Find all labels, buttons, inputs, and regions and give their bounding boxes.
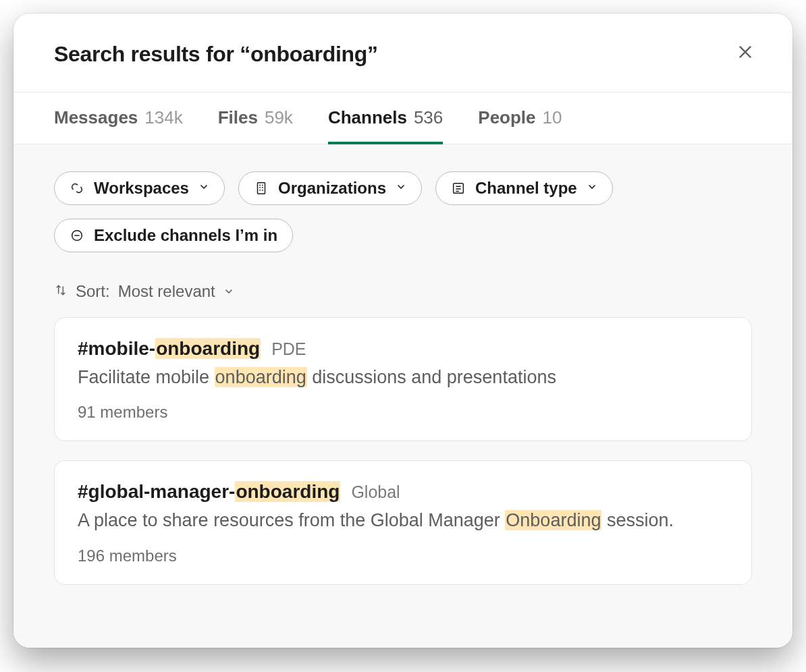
filter-exclude-mine[interactable]: Exclude channels I’m in	[54, 219, 293, 252]
title-suffix: ”	[367, 42, 378, 66]
channel-description: Facilitate mobile onboarding discussions…	[78, 365, 728, 389]
exclude-icon	[70, 228, 84, 243]
channel-workspace: PDE	[271, 339, 306, 359]
close-icon	[736, 43, 754, 65]
workspace-icon	[70, 181, 84, 196]
search-results-dialog: Search results for “onboarding” Messages…	[14, 13, 792, 648]
results-list: #mobile-onboardingPDEFacilitate mobile o…	[54, 317, 752, 585]
channel-name: #global-manager-onboarding	[78, 481, 340, 503]
search-query: onboarding	[250, 42, 367, 66]
channel-result[interactable]: #mobile-onboardingPDEFacilitate mobile o…	[54, 317, 752, 441]
highlight: Onboarding	[505, 510, 601, 530]
sort-dropdown[interactable]: Sort: Most relevant	[54, 282, 752, 301]
channel-workspace: Global	[351, 482, 400, 502]
sort-icon	[54, 282, 68, 301]
page-title: Search results for “onboarding”	[54, 42, 378, 67]
close-button[interactable]	[732, 40, 759, 67]
tab-count: 59k	[265, 107, 293, 128]
tab-label: Files	[218, 107, 258, 128]
organization-icon	[254, 181, 269, 196]
sort-value: Most relevant	[118, 282, 215, 301]
tab-label: People	[478, 107, 535, 128]
channel-description: A place to share resources from the Glob…	[78, 508, 728, 532]
title-prefix: Search results for “	[54, 42, 250, 66]
chevron-down-icon	[223, 282, 234, 301]
chevron-down-icon	[587, 181, 597, 195]
tab-count: 536	[414, 107, 443, 128]
tab-people[interactable]: People10	[478, 92, 562, 144]
results-body: WorkspacesOrganizationsChannel typeExclu…	[14, 144, 792, 648]
tab-label: Messages	[54, 107, 138, 128]
filter-organizations[interactable]: Organizations	[238, 171, 422, 205]
result-title-row: #mobile-onboardingPDE	[78, 338, 728, 360]
channel-members: 91 members	[78, 403, 728, 422]
tab-messages[interactable]: Messages134k	[54, 92, 183, 144]
tab-label: Channels	[328, 107, 407, 128]
filter-label: Organizations	[278, 179, 386, 198]
channel-type-icon	[451, 181, 466, 196]
filter-label: Channel type	[475, 179, 577, 198]
channel-members: 196 members	[78, 547, 728, 565]
tab-count: 10	[543, 107, 562, 128]
filters-row: WorkspacesOrganizationsChannel typeExclu…	[54, 171, 752, 252]
filter-label: Workspaces	[94, 179, 189, 198]
channel-result[interactable]: #global-manager-onboardingGlobalA place …	[54, 460, 752, 584]
dialog-header: Search results for “onboarding”	[14, 13, 792, 92]
tab-files[interactable]: Files59k	[218, 92, 293, 144]
highlight: onboarding	[155, 338, 261, 359]
result-title-row: #global-manager-onboardingGlobal	[78, 481, 728, 503]
chevron-down-icon	[198, 181, 209, 195]
highlight: onboarding	[215, 367, 307, 387]
chevron-down-icon	[396, 181, 406, 195]
tab-count: 134k	[144, 107, 182, 128]
filter-workspaces[interactable]: Workspaces	[54, 171, 225, 205]
channel-name: #mobile-onboarding	[78, 338, 261, 360]
filter-label: Exclude channels I’m in	[94, 226, 277, 245]
tab-channels[interactable]: Channels536	[328, 92, 443, 144]
sort-prefix: Sort:	[76, 282, 110, 301]
svg-rect-0	[257, 183, 265, 194]
filter-channel-type[interactable]: Channel type	[435, 171, 613, 205]
highlight: onboarding	[235, 481, 340, 502]
tabs-row: Messages134kFiles59kChannels536People10	[14, 92, 792, 144]
